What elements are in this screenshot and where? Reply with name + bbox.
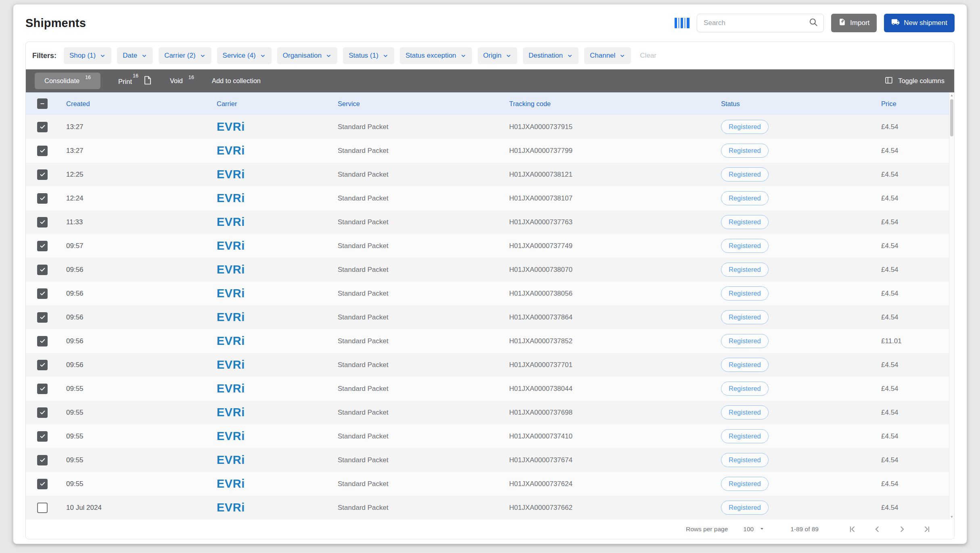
chevron-down-icon bbox=[506, 53, 512, 59]
filters-row: Filters: Shop (1) Date Carrier (2) Servi… bbox=[26, 42, 954, 69]
table-header: Created Carrier Service Tracking code St… bbox=[26, 92, 954, 115]
scroll-down-icon[interactable]: ▼ bbox=[949, 515, 954, 519]
status-badge: Registered bbox=[721, 358, 769, 372]
table-row[interactable]: 09:57 EVRi Standard Packet H01JXA0000737… bbox=[26, 234, 954, 258]
tracking-code-cell: H01JXA0000738070 bbox=[509, 266, 721, 274]
row-checkbox[interactable] bbox=[37, 503, 48, 513]
row-checkbox[interactable] bbox=[37, 288, 48, 299]
select-all-checkbox[interactable] bbox=[37, 98, 48, 109]
row-checkbox[interactable] bbox=[37, 479, 48, 489]
status-badge: Registered bbox=[721, 120, 769, 134]
table-row[interactable]: 09:56 EVRi Standard Packet H01JXA0000737… bbox=[26, 329, 954, 353]
barcode-icon[interactable] bbox=[675, 18, 690, 28]
column-header-tracking-code[interactable]: Tracking code bbox=[509, 100, 721, 108]
service-cell: Standard Packet bbox=[338, 290, 509, 298]
scrollbar-thumb[interactable] bbox=[950, 99, 953, 136]
service-cell: Standard Packet bbox=[338, 313, 509, 321]
table-row[interactable]: 09:55 EVRi Standard Packet H01JXA0000737… bbox=[26, 448, 954, 472]
filter-chip-destination[interactable]: Destination bbox=[523, 47, 579, 64]
table-row[interactable]: 12:24 EVRi Standard Packet H01JXA0000738… bbox=[26, 186, 954, 210]
table-row[interactable]: 09:55 EVRi Standard Packet H01JXA0000737… bbox=[26, 424, 954, 448]
column-header-service[interactable]: Service bbox=[338, 100, 509, 108]
price-cell: £4.54 bbox=[881, 456, 954, 464]
row-checkbox[interactable] bbox=[37, 217, 48, 227]
table-row[interactable]: 09:56 EVRi Standard Packet H01JXA0000738… bbox=[26, 258, 954, 282]
carrier-logo-evri: EVRi bbox=[217, 287, 245, 300]
table-footer: Rows per page 100 1-89 of 89 bbox=[26, 520, 954, 539]
scroll-up-icon[interactable]: ▲ bbox=[949, 94, 954, 97]
consolidate-button[interactable]: Consolidate16 bbox=[35, 73, 100, 89]
table-row[interactable]: 13:27 EVRi Standard Packet H01JXA0000737… bbox=[26, 139, 954, 163]
filter-chip-shop-1[interactable]: Shop (1) bbox=[64, 47, 111, 64]
chevron-down-icon bbox=[141, 53, 147, 59]
filter-chip-service-4[interactable]: Service (4) bbox=[217, 47, 272, 64]
table-row[interactable]: 12:25 EVRi Standard Packet H01JXA0000738… bbox=[26, 163, 954, 186]
filter-chip-carrier-2[interactable]: Carrier (2) bbox=[159, 47, 211, 64]
filter-chip-date[interactable]: Date bbox=[117, 47, 153, 64]
new-shipment-button[interactable]: New shipment bbox=[884, 14, 955, 32]
column-header-carrier[interactable]: Carrier bbox=[217, 100, 338, 108]
tracking-code-cell: H01JXA0000737701 bbox=[509, 361, 721, 369]
row-checkbox[interactable] bbox=[37, 407, 48, 418]
row-checkbox[interactable] bbox=[37, 169, 48, 180]
column-header-status[interactable]: Status bbox=[721, 100, 881, 108]
shipments-panel: Filters: Shop (1) Date Carrier (2) Servi… bbox=[25, 42, 955, 539]
carrier-logo-evri: EVRi bbox=[217, 358, 245, 371]
carrier-logo-evri: EVRi bbox=[217, 215, 245, 228]
last-page-icon[interactable] bbox=[923, 525, 932, 534]
row-checkbox[interactable] bbox=[37, 146, 48, 156]
row-checkbox[interactable] bbox=[37, 360, 48, 370]
row-checkbox[interactable] bbox=[37, 336, 48, 346]
created-cell: 09:56 bbox=[66, 290, 217, 298]
tracking-code-cell: H01JXA0000737915 bbox=[509, 123, 721, 131]
filter-chip-origin[interactable]: Origin bbox=[478, 47, 517, 64]
print-file-icon bbox=[143, 75, 152, 87]
import-button[interactable]: Import bbox=[831, 14, 877, 32]
search-icon[interactable] bbox=[808, 17, 819, 29]
row-checkbox[interactable] bbox=[37, 122, 48, 132]
row-checkbox[interactable] bbox=[37, 265, 48, 275]
print-button[interactable]: Print16 bbox=[118, 75, 152, 87]
column-header-created[interactable]: Created bbox=[66, 100, 217, 108]
tracking-code-cell: H01JXA0000738107 bbox=[509, 194, 721, 202]
filter-chip-status-exception[interactable]: Status exception bbox=[400, 47, 472, 64]
toggle-columns-button[interactable]: Toggle columns bbox=[884, 76, 944, 86]
filter-chip-organisation[interactable]: Organisation bbox=[277, 47, 337, 64]
search-input[interactable] bbox=[704, 19, 808, 27]
column-header-price[interactable]: Price bbox=[881, 100, 954, 108]
status-badge: Registered bbox=[721, 263, 769, 277]
table-row[interactable]: 09:55 EVRi Standard Packet H01JXA0000738… bbox=[26, 377, 954, 401]
void-button[interactable]: Void16 bbox=[170, 77, 194, 85]
table-row[interactable]: 13:27 EVRi Standard Packet H01JXA0000737… bbox=[26, 115, 954, 139]
row-checkbox[interactable] bbox=[37, 455, 48, 465]
carrier-logo-evri: EVRi bbox=[217, 430, 245, 442]
rows-per-page-select[interactable]: 100 bbox=[743, 526, 765, 533]
table-row[interactable]: 09:55 EVRi Standard Packet H01JXA0000737… bbox=[26, 472, 954, 496]
selection-action-bar: Consolidate16 Print16 Void16 Add to coll… bbox=[26, 69, 954, 92]
row-checkbox[interactable] bbox=[37, 193, 48, 204]
clear-filters-link[interactable]: Clear bbox=[640, 52, 656, 60]
price-cell: £4.54 bbox=[881, 480, 954, 488]
table-scrollbar[interactable]: ▲ ▼ bbox=[949, 93, 954, 520]
row-checkbox[interactable] bbox=[37, 312, 48, 323]
price-cell: £4.54 bbox=[881, 432, 954, 440]
filter-chip-channel[interactable]: Channel bbox=[584, 47, 631, 64]
add-to-collection-button[interactable]: Add to collection bbox=[212, 77, 261, 85]
row-checkbox[interactable] bbox=[37, 431, 48, 442]
filter-chip-status-1[interactable]: Status (1) bbox=[343, 47, 394, 64]
table-row[interactable]: 09:56 EVRi Standard Packet H01JXA0000738… bbox=[26, 282, 954, 305]
row-checkbox[interactable] bbox=[37, 384, 48, 394]
table-row[interactable]: 09:56 EVRi Standard Packet H01JXA0000737… bbox=[26, 353, 954, 377]
service-cell: Standard Packet bbox=[338, 480, 509, 488]
service-cell: Standard Packet bbox=[338, 504, 509, 512]
created-cell: 09:55 bbox=[66, 480, 217, 488]
first-page-icon[interactable] bbox=[848, 525, 857, 534]
table-row[interactable]: 11:33 EVRi Standard Packet H01JXA0000737… bbox=[26, 210, 954, 234]
table-row[interactable]: 09:56 EVRi Standard Packet H01JXA0000737… bbox=[26, 305, 954, 329]
table-row[interactable]: 09:55 EVRi Standard Packet H01JXA0000737… bbox=[26, 401, 954, 424]
carrier-logo-evri: EVRi bbox=[217, 453, 245, 466]
table-row[interactable]: 10 Jul 2024 EVRi Standard Packet H01JXA0… bbox=[26, 496, 954, 520]
row-checkbox[interactable] bbox=[37, 241, 48, 251]
next-page-icon[interactable] bbox=[898, 525, 907, 534]
previous-page-icon[interactable] bbox=[873, 525, 882, 534]
